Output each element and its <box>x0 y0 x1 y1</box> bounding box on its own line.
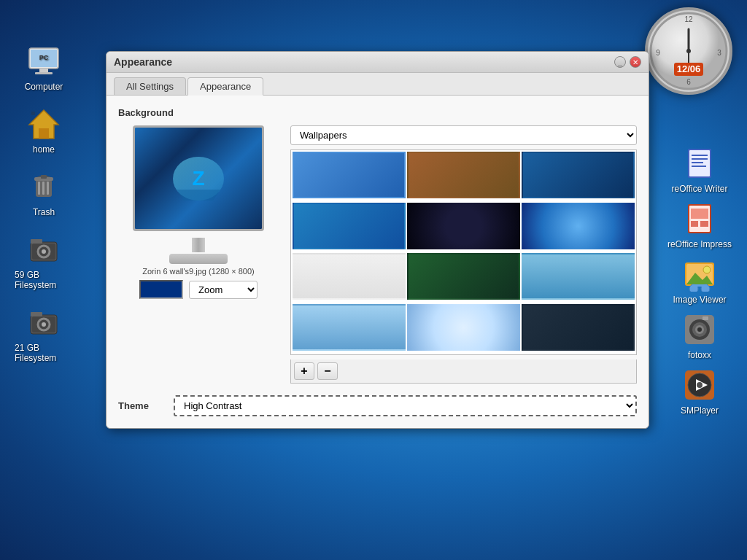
tab-appearance[interactable]: Appearance <box>187 77 263 96</box>
wallpaper-thumb-12[interactable] <box>522 304 635 351</box>
background-section: Z Zorin 6 wall's9.jpg (1280 × 800) <box>118 125 637 384</box>
fs59-label: 59 GB Filesystem <box>15 270 73 290</box>
desktop-icon-fotoxx[interactable]: fotoxx <box>667 312 732 360</box>
wallpaper-grid <box>291 150 636 354</box>
svg-text:6: 6 <box>686 78 691 86</box>
desktop-icon-writer[interactable]: reOffice Writer <box>667 146 732 194</box>
desktop-icon-smplayer[interactable]: SMPlayer <box>667 368 732 416</box>
color-zoom-row: ZoomCenteredScaledStretched <box>139 280 258 299</box>
filesystem21-icon <box>26 305 61 340</box>
monitor-base <box>169 254 228 264</box>
smplayer-label: SMPlayer <box>681 405 719 416</box>
svg-point-47 <box>703 266 711 273</box>
monitor-screen: Z <box>133 125 264 231</box>
wallpaper-thumb-6[interactable] <box>522 203 635 249</box>
desktop-icon-computer[interactable]: PC Computer <box>15 44 73 92</box>
background-section-label: Background <box>118 107 637 118</box>
svg-rect-43 <box>691 221 698 227</box>
smplayer-icon <box>682 368 717 402</box>
home-icon <box>26 106 61 141</box>
filesystem59-icon <box>26 232 61 267</box>
wallpaper-category-dropdown[interactable]: WallpapersColors <box>290 125 637 145</box>
svg-text:3: 3 <box>717 49 721 57</box>
svg-rect-57 <box>703 316 708 320</box>
svg-rect-44 <box>700 221 708 227</box>
svg-text:PC: PC <box>39 54 49 61</box>
svg-rect-11 <box>42 182 44 195</box>
clock-date: 12/06 <box>677 63 701 74</box>
dialog-title: Appearance <box>114 56 172 68</box>
theme-dropdown[interactable]: High ContrastAmbianceRadiance <box>174 395 637 416</box>
fotoxx-icon <box>682 312 717 347</box>
dialog-titlebar: Appearance _ ✕ <box>107 52 649 73</box>
desktop: PC Computer home <box>0 0 747 560</box>
svg-rect-19 <box>31 239 42 244</box>
appearance-dialog: Appearance _ ✕ All Settings Appearance B… <box>106 51 649 429</box>
svg-point-56 <box>697 327 702 332</box>
wallpaper-thumb-2[interactable] <box>407 152 520 198</box>
wallpaper-thumb-10[interactable] <box>293 304 406 351</box>
svg-rect-51 <box>692 284 707 287</box>
svg-text:9: 9 <box>656 49 660 57</box>
desktop-icons-right: reOffice Writer reOffice Impress <box>667 146 732 416</box>
zoom-select[interactable]: ZoomCenteredScaledStretched <box>189 281 258 299</box>
trash-label: Trash <box>33 207 55 217</box>
desktop-icon-fs59[interactable]: 59 GB Filesystem <box>15 232 73 290</box>
fotoxx-label: fotoxx <box>688 350 711 360</box>
wallpaper-thumb-3[interactable] <box>522 152 635 198</box>
wallpaper-thumb-9[interactable] <box>522 253 635 300</box>
writer-label: reOffice Writer <box>672 184 728 194</box>
svg-rect-42 <box>691 209 708 219</box>
add-wallpaper-button[interactable]: + <box>294 362 314 380</box>
clock-widget: 12 3 6 9 12/06 <box>645 7 732 95</box>
remove-wallpaper-button[interactable]: − <box>317 362 338 380</box>
wallpaper-thumb-11[interactable] <box>407 304 520 351</box>
close-button[interactable]: ✕ <box>630 56 641 68</box>
svg-rect-3 <box>35 72 53 74</box>
desktop-icon-home[interactable]: home <box>15 106 73 155</box>
desktop-icon-imageviewer[interactable]: Image Viewer <box>667 257 732 305</box>
svg-rect-37 <box>692 158 708 160</box>
monitor-preview: Z <box>118 125 279 264</box>
svg-rect-6 <box>39 128 49 139</box>
home-label: home <box>33 144 55 155</box>
monitor-stand <box>169 238 228 264</box>
trash-icon <box>26 169 61 204</box>
writer-icon <box>682 146 717 181</box>
desktop-icons-left: PC Computer home <box>15 44 73 363</box>
add-remove-row: + − <box>290 359 637 384</box>
svg-rect-14 <box>41 175 47 179</box>
theme-section-label: Theme <box>118 400 162 411</box>
wallpaper-thumb-5[interactable] <box>407 203 520 249</box>
wallpaper-thumb-4[interactable] <box>293 203 406 249</box>
desktop-icon-fs21[interactable]: 21 GB Filesystem <box>15 305 73 363</box>
desktop-icon-impress[interactable]: reOffice Impress <box>667 201 732 249</box>
imageviewer-label: Image Viewer <box>673 295 726 305</box>
svg-point-18 <box>42 249 46 254</box>
impress-label: reOffice Impress <box>667 239 732 249</box>
desktop-icon-trash[interactable]: Trash <box>15 169 73 217</box>
svg-point-33 <box>686 49 691 53</box>
svg-rect-39 <box>692 166 706 167</box>
wallpaper-thumb-1[interactable] <box>293 152 406 198</box>
preview-filename: Zorin 6 wall's9.jpg (1280 × 800) <box>142 267 254 276</box>
wallpaper-thumb-7[interactable] <box>293 253 406 300</box>
svg-rect-2 <box>39 69 48 72</box>
wallpaper-panel: WallpapersColors <box>290 125 637 384</box>
preview-area: Z Zorin 6 wall's9.jpg (1280 × 800) <box>118 125 279 384</box>
svg-rect-10 <box>38 182 40 195</box>
computer-label: Computer <box>25 82 63 92</box>
wallpaper-thumb-8[interactable] <box>407 253 520 300</box>
wallpaper-preview: Z <box>135 128 262 229</box>
svg-text:Z: Z <box>192 167 204 190</box>
svg-rect-24 <box>31 312 42 316</box>
dialog-tabs: All Settings Appearance <box>107 73 649 96</box>
minimize-button[interactable]: _ <box>614 56 626 68</box>
svg-rect-36 <box>692 155 708 156</box>
color-swatch-button[interactable] <box>139 280 183 299</box>
fs21-label: 21 GB Filesystem <box>15 343 73 363</box>
tab-all-settings[interactable]: All Settings <box>114 77 186 95</box>
svg-rect-7 <box>31 112 35 115</box>
monitor-neck <box>192 238 205 252</box>
svg-point-61 <box>697 382 703 388</box>
